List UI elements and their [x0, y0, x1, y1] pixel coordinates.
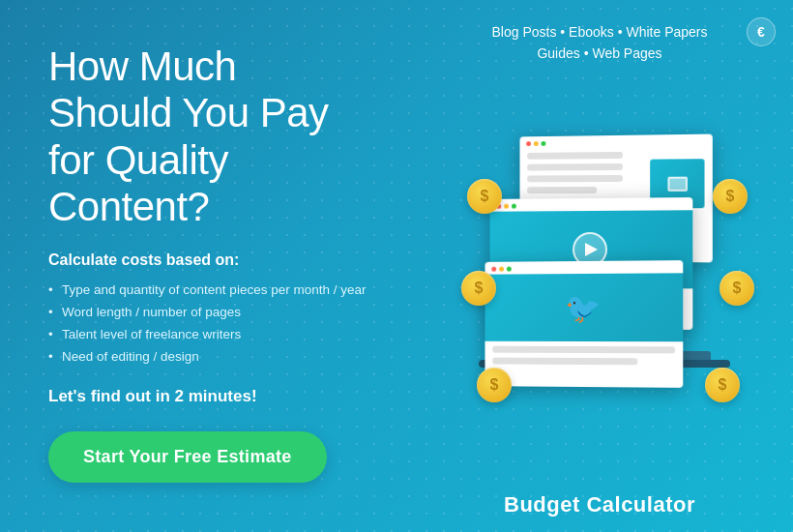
twitter-icon: 🐦 [565, 290, 601, 324]
play-triangle-icon [585, 243, 598, 256]
dot-yellow [534, 141, 539, 146]
line-3 [527, 175, 623, 182]
nav-line-1: Blog Posts • Ebooks • White Papers [406, 21, 793, 43]
coin-2: $ [461, 271, 496, 306]
coin-5: $ [720, 271, 754, 306]
main-container: How Much Should You Pay for Quality Cont… [0, 0, 793, 532]
dot-yellow-m [504, 204, 509, 209]
top-nav: Blog Posts • Ebooks • White Papers Guide… [406, 21, 793, 65]
illustration: $ $ $ $ $ $ [416, 68, 793, 474]
coin-3: $ [477, 368, 512, 402]
coin-6: $ [705, 368, 740, 402]
card-bottom-content [485, 341, 683, 375]
sub-heading: Calculate costs based on: [48, 251, 367, 269]
dot-red-b [491, 267, 496, 272]
right-panel: Blog Posts • Ebooks • White Papers Guide… [406, 0, 793, 532]
laptop-wrapper: $ $ $ $ $ $ [459, 126, 749, 416]
budget-calculator-label: Budget Calculator [406, 492, 793, 517]
line-2 [527, 163, 623, 171]
nav-line-2: Guides • Web Pages [406, 43, 793, 64]
dot-red [526, 141, 531, 146]
dot-green [542, 141, 546, 146]
twitter-bg: 🐦 [485, 273, 683, 341]
line-4 [527, 187, 597, 193]
cta-button[interactable]: Start Your Free Estimate [48, 431, 327, 483]
screen-card-bottom: 🐦 [485, 260, 683, 388]
bullet-list: Type and quantity of content pieces per … [48, 281, 367, 369]
dot-yellow-b [499, 267, 504, 272]
line-1 [527, 152, 623, 160]
screen-stack: 🐦 [479, 135, 730, 387]
bullet-item-3: Talent level of freelance writers [48, 325, 367, 345]
tw-line-2 [492, 358, 637, 366]
bullet-item-4: Need of editing / design [48, 347, 367, 368]
logo-symbol: € [757, 24, 765, 40]
dot-green-m [512, 204, 516, 209]
coin-4: $ [713, 179, 748, 214]
dot-green-b [507, 267, 512, 272]
logo-icon: € [747, 17, 776, 46]
bullet-item-2: Word length / number of pages [48, 303, 367, 323]
find-out-text: Let's find out in 2 minutes! [48, 387, 367, 406]
tw-line-1 [492, 346, 675, 354]
bullet-item-1: Type and quantity of content pieces per … [48, 281, 367, 301]
coin-1: $ [467, 179, 502, 214]
main-heading: How Much Should You Pay for Quality Cont… [48, 44, 367, 230]
left-panel: How Much Should You Pay for Quality Cont… [0, 0, 406, 532]
